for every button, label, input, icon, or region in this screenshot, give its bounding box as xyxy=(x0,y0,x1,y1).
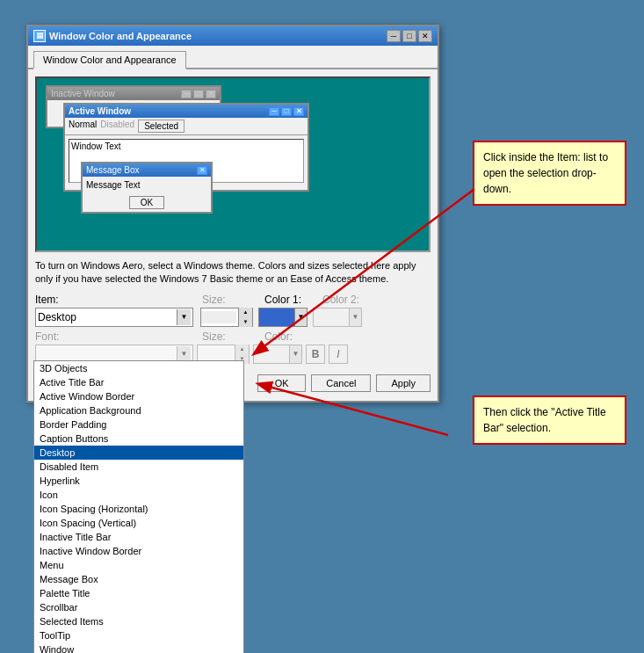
color1-swatch[interactable]: ▼ xyxy=(258,308,308,327)
color2-swatch: ▼ xyxy=(313,308,362,327)
dropdown-list-item[interactable]: Desktop xyxy=(34,446,243,460)
dialog-tabs: Window Color and Appearance xyxy=(28,46,438,69)
dropdown-list-item[interactable]: Menu xyxy=(34,558,243,572)
preview-inactive-titlebar: Inactive Window ─ □ ✕ xyxy=(47,87,220,100)
active-min: ─ xyxy=(269,107,279,116)
font-color-swatch: ▼ xyxy=(253,345,302,364)
preview-area: Inactive Window ─ □ ✕ Active Window ─ □ xyxy=(35,76,431,252)
dropdown-list-item[interactable]: Active Window Border xyxy=(34,389,243,403)
color1-swatch-fill xyxy=(259,308,294,326)
main-dialog: 🖼 Window Color and Appearance ─ □ ✕ Wind… xyxy=(26,25,439,403)
dropdown-list-item[interactable]: Icon xyxy=(34,488,243,502)
size-down-button[interactable]: ▼ xyxy=(238,317,252,327)
dropdown-list-item[interactable]: Message Box xyxy=(34,572,243,586)
preview-msgbox-titlebar: Message Box ✕ xyxy=(83,163,211,177)
active-max: □ xyxy=(281,107,292,116)
ok-button[interactable]: OK xyxy=(257,374,306,392)
dialog-titlebar: 🖼 Window Color and Appearance ─ □ ✕ xyxy=(28,26,438,46)
dropdown-list-item[interactable]: Scrollbar xyxy=(34,600,243,614)
dropdown-list-item[interactable]: Border Padding xyxy=(34,417,243,432)
item-dropdown-list[interactable]: 3D ObjectsActive Title BarActive Window … xyxy=(33,360,244,653)
size-up-button[interactable]: ▲ xyxy=(238,308,252,317)
dropdown-list-item[interactable]: Caption Buttons xyxy=(34,432,243,446)
dialog-title: Window Color and Appearance xyxy=(49,31,192,41)
dropdown-list-item[interactable]: 3D Objects xyxy=(34,361,243,375)
titlebar-controls: ─ □ ✕ xyxy=(387,30,432,42)
preview-active-titlebar: Active Window ─ □ ✕ xyxy=(65,105,308,118)
italic-button: I xyxy=(329,345,348,364)
item-dropdown[interactable]: Desktop ▼ xyxy=(35,308,193,327)
font-labels-row: Font: Size: Color: xyxy=(35,330,431,343)
font-size-up: ▲ xyxy=(235,345,249,354)
dropdown-list-item[interactable]: ToolTip xyxy=(34,628,243,642)
font-size-field xyxy=(198,348,233,360)
color1-label: Color 1: xyxy=(264,294,317,306)
maximize-button[interactable]: □ xyxy=(402,30,416,42)
bold-button: B xyxy=(306,345,325,364)
active-close: ✕ xyxy=(293,107,304,116)
tab-window-color[interactable]: Window Color and Appearance xyxy=(33,51,186,69)
warning-text: To turn on Windows Aero, select a Window… xyxy=(35,259,431,287)
preview-active-tabs: Normal Disabled Selected xyxy=(65,118,308,135)
font-size-label: Size: xyxy=(202,330,259,343)
size-label: Size: xyxy=(202,294,259,306)
size-input[interactable]: ▲ ▼ xyxy=(200,308,253,327)
form-labels-row: Item: Size: Color 1: Color 2: xyxy=(35,294,431,306)
dialog-icon: 🖼 xyxy=(33,30,46,42)
color2-swatch-arrow: ▼ xyxy=(349,308,361,326)
color2-label: Color 2: xyxy=(322,294,359,306)
dropdown-list-item[interactable]: Window xyxy=(34,642,243,653)
font-color-fill xyxy=(254,345,289,363)
color2-swatch-fill xyxy=(314,308,349,326)
font-color-label: Color: xyxy=(264,330,293,343)
dropdown-list-item[interactable]: Active Title Bar xyxy=(34,375,243,389)
preview-msgbox-body: Message Text xyxy=(83,177,211,193)
preview-msgbox: Message Box ✕ Message Text OK xyxy=(81,162,213,214)
font-color-arrow: ▼ xyxy=(289,345,301,363)
item-label: Item: xyxy=(35,294,193,306)
inactive-close: ✕ xyxy=(206,90,216,98)
dropdown-list-item[interactable]: Hyperlink xyxy=(34,474,243,488)
inactive-min: ─ xyxy=(181,90,192,98)
dialog-content: Inactive Window ─ □ ✕ Active Window ─ □ xyxy=(28,69,438,401)
preview-msgbox-btn-row: OK xyxy=(83,193,211,212)
dropdown-list-item[interactable]: Disabled Item xyxy=(34,460,243,474)
apply-button[interactable]: Apply xyxy=(376,374,431,392)
font-label: Font: xyxy=(35,330,193,343)
preview-ok-button[interactable]: OK xyxy=(129,196,164,209)
size-field[interactable] xyxy=(201,311,236,323)
dialog-titlebar-left: 🖼 Window Color and Appearance xyxy=(33,30,192,42)
callout-box-1: Click inside the Item: list to open the … xyxy=(473,141,626,206)
size-spinner: ▲ ▼ xyxy=(238,308,252,327)
item-row: Desktop ▼ ▲ ▼ ▼ ▼ xyxy=(35,308,431,327)
dropdown-list-item[interactable]: Icon Spacing (Horizontal) xyxy=(34,502,243,516)
callout-box-2: Then click the "Active Title Bar" select… xyxy=(473,395,626,445)
dropdown-list-item[interactable]: Palette Title xyxy=(34,586,243,600)
item-dropdown-value: Desktop xyxy=(38,311,76,323)
minimize-button[interactable]: ─ xyxy=(387,30,401,42)
msgbox-close: ✕ xyxy=(197,166,207,175)
item-dropdown-arrow[interactable]: ▼ xyxy=(177,309,191,325)
dropdown-list-item[interactable]: Application Background xyxy=(34,403,243,417)
dropdown-list-item[interactable]: Inactive Window Border xyxy=(34,544,243,558)
color1-swatch-arrow[interactable]: ▼ xyxy=(294,308,307,326)
inactive-max: □ xyxy=(193,90,204,98)
dropdown-list-item[interactable]: Icon Spacing (Vertical) xyxy=(34,516,243,530)
dropdown-list-item[interactable]: Selected Items xyxy=(34,614,243,628)
close-button[interactable]: ✕ xyxy=(418,30,432,42)
cancel-button[interactable]: Cancel xyxy=(311,374,371,392)
dropdown-list-item[interactable]: Inactive Title Bar xyxy=(34,530,243,544)
